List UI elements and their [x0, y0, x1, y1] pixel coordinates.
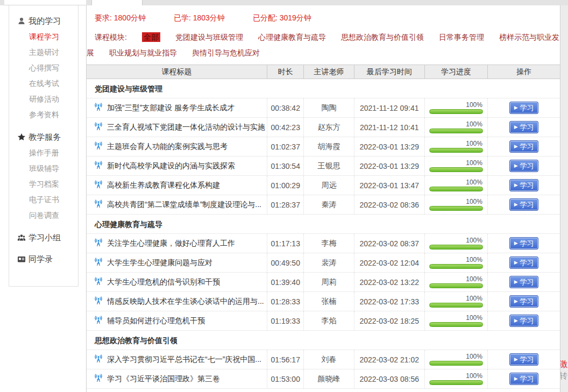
sidebar-item-课程学习[interactable]: 课程学习 [17, 29, 78, 45]
module-tab-舆情引导与危机应对[interactable]: 舆情引导与危机应对 [192, 48, 260, 57]
sidebar-item-心得撰写[interactable]: 心得撰写 [17, 60, 78, 76]
study-button[interactable]: ▶学习 [509, 315, 538, 327]
course-title-cell[interactable]: 加强“三型”支部建设 服务学生成长成才 [87, 98, 267, 118]
active-page-tab[interactable] [91, 0, 143, 5]
study-button[interactable]: ▶学习 [509, 140, 538, 153]
course-progress-cell: 100% [425, 118, 488, 137]
course-title-cell[interactable]: 高校新生养成教育课程化体系构建 [87, 176, 267, 195]
sidebar-item-参考资料[interactable]: 参考资料 [17, 107, 78, 123]
sidebar-item-问卷调查[interactable]: 问卷调查 [17, 208, 78, 223]
progress-percent: 100% [429, 256, 483, 263]
course-row: 大学生学生心理健康问题与应对00:49:50裴涛2022-03-02 12:04… [87, 253, 560, 273]
course-row: 学习《习近平谈治国理政》第三卷01:53:00颜晓峰2022-03-03 08:… [87, 369, 560, 389]
play-icon: ▶ [514, 202, 518, 207]
study-button-label: 学习 [520, 103, 534, 113]
sidebar-item-研修活动[interactable]: 研修活动 [17, 91, 78, 107]
study-button[interactable]: ▶学习 [509, 121, 538, 133]
sidebar-item-操作手册[interactable]: 操作手册 [17, 145, 78, 161]
progress-widget: 100% [429, 373, 483, 385]
study-button[interactable]: ▶学习 [509, 276, 538, 288]
study-button[interactable]: ▶学习 [509, 295, 538, 308]
course-last-study-time: 2022-03-01 13:29 [354, 156, 425, 176]
course-title-cell[interactable]: 学习《习近平谈治国理政》第三卷 [87, 369, 267, 389]
column-header-主讲老师: 主讲老师 [304, 65, 354, 79]
module-tab-职业规划与就业指导[interactable]: 职业规划与就业指导 [109, 48, 177, 57]
sidebar-item-电子证书[interactable]: 电子证书 [17, 192, 78, 208]
sidebar-section-教学服务[interactable]: 教学服务 [17, 130, 78, 144]
course-title-cell[interactable]: 深入学习贯彻习近平总书记在“七一”庆祝中国... [87, 350, 267, 369]
sidebar-section-我的学习[interactable]: 我的学习 [17, 14, 78, 28]
course-action-cell: ▶学习 [488, 292, 560, 311]
stat-已学: 已学: 1803分钟 [174, 13, 225, 23]
group-icon [17, 233, 26, 243]
study-button-label: 学习 [520, 142, 534, 152]
module-tab-党团建设与班级管理[interactable]: 党团建设与班级管理 [175, 33, 243, 41]
course-title: 高校新生养成教育课程化体系构建 [107, 181, 220, 190]
study-button-label: 学习 [520, 297, 534, 307]
study-button[interactable]: ▶学习 [509, 160, 538, 172]
course-row: 主题班会育人功能的案例实践与思考01:02:37胡海霞2022-03-01 13… [87, 137, 560, 156]
course-progress-cell: 100% [425, 234, 488, 253]
course-teacher: 秦涛 [304, 195, 354, 215]
course-title-cell[interactable]: 高校共青团“第二课堂成绩单”制度建设理论与... [87, 195, 267, 215]
course-last-study-time: 2022-03-02 13:22 [354, 273, 425, 292]
study-button[interactable]: ▶学习 [509, 256, 538, 269]
progress-percent: 100% [429, 121, 483, 128]
play-icon: ▶ [514, 318, 518, 323]
strip-segment [143, 0, 568, 5]
play-icon: ▶ [514, 357, 518, 362]
edge-floating-widget[interactable]: 激 转 [559, 358, 568, 382]
course-duration: 01:28:37 [267, 195, 304, 215]
module-tab-心理健康教育与疏导[interactable]: 心理健康教育与疏导 [258, 33, 326, 41]
module-tab-日常事务管理[interactable]: 日常事务管理 [439, 33, 484, 41]
study-button[interactable]: ▶学习 [509, 373, 538, 385]
progress-widget: 100% [429, 237, 483, 250]
study-stats: 要求: 1800分钟已学: 1803分钟已分配: 3019分钟 [87, 5, 560, 23]
course-title-cell[interactable]: 主题班会育人功能的案例实践与思考 [87, 137, 267, 156]
course-last-study-time: 2022-03-02 18:25 [354, 311, 425, 331]
sidebar-item-学习档案[interactable]: 学习档案 [17, 176, 78, 192]
study-button[interactable]: ▶学习 [509, 237, 538, 250]
play-icon: ▶ [514, 105, 518, 110]
course-title-cell[interactable]: 新时代高校学风建设的内涵与实践探索 [87, 156, 267, 176]
course-title-cell[interactable]: 情感反映助人技术在学生谈心谈话中的运用与... [87, 292, 267, 311]
broadcast-icon [94, 258, 103, 268]
course-title-cell[interactable]: 关注学生心理健康，做好心理育人工作 [87, 234, 267, 253]
course-action-cell: ▶学习 [488, 176, 560, 195]
module-tab-全部[interactable]: 全部 [142, 32, 160, 42]
module-tab-思想政治教育与价值引领[interactable]: 思想政治教育与价值引领 [341, 33, 424, 41]
course-title-cell[interactable]: 三全育人视域下党团建一体化活动的设计与实施 [87, 118, 267, 137]
study-button[interactable]: ▶学习 [509, 198, 538, 211]
study-button[interactable]: ▶学习 [509, 353, 538, 366]
sidebar-item-主题研讨[interactable]: 主题研讨 [17, 45, 78, 60]
course-last-study-time: 2022-03-03 08:56 [354, 369, 425, 389]
sidebar-section-学习小组[interactable]: 学习小组 [17, 231, 78, 245]
course-duration: 01:02:37 [267, 137, 304, 156]
right-rail [560, 5, 568, 392]
progress-widget: 100% [429, 295, 483, 308]
progress-bar [429, 283, 483, 288]
study-button-label: 学习 [520, 316, 534, 326]
progress-percent: 100% [429, 276, 483, 283]
course-action-cell: ▶学习 [488, 253, 560, 273]
progress-percent: 100% [429, 140, 483, 147]
sidebar-item-在线考试[interactable]: 在线考试 [17, 76, 78, 91]
sidebar-section-label: 同学录 [29, 252, 53, 266]
broadcast-icon [94, 180, 103, 190]
course-progress-cell: 100% [425, 98, 488, 118]
edge-widget-activate[interactable]: 激 [559, 358, 568, 370]
study-button[interactable]: ▶学习 [509, 102, 538, 114]
broadcast-icon [94, 103, 103, 113]
sidebar-item-班级辅导[interactable]: 班级辅导 [17, 161, 78, 176]
course-progress-cell: 100% [425, 369, 488, 389]
course-duration: 01:28:33 [267, 292, 304, 311]
course-title-cell[interactable]: 大学生心理危机的信号识别和干预 [87, 273, 267, 292]
progress-widget: 100% [429, 276, 483, 288]
sidebar-section-同学录[interactable]: 同学录 [17, 252, 78, 266]
course-title-cell[interactable]: 大学生学生心理健康问题与应对 [87, 253, 267, 273]
course-progress-cell: 100% [425, 273, 488, 292]
study-button[interactable]: ▶学习 [509, 179, 538, 191]
progress-widget: 100% [429, 121, 483, 133]
edge-widget-forward[interactable]: 转 [559, 370, 568, 382]
course-title-cell[interactable]: 辅导员如何进行心理危机干预 [87, 311, 267, 331]
